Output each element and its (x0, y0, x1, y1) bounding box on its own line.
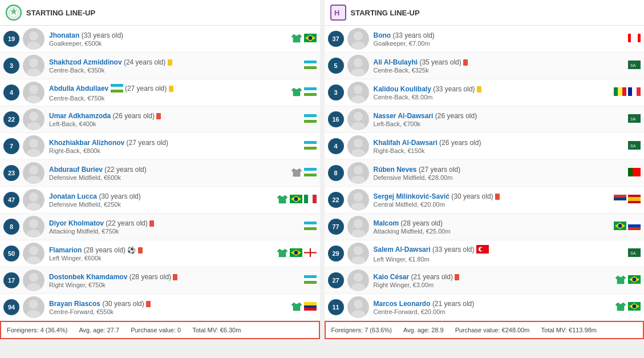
player-detail: Defensive Midfield, €28.00m (374, 174, 629, 181)
player-name[interactable]: Nasser Al-Dawsari (26 years old) (374, 112, 629, 120)
player-name[interactable]: Ali Al-Bulayhi (35 years old) (374, 58, 629, 66)
player-name[interactable]: Salem Al-Dawsari (33 years old) (374, 245, 629, 255)
player-icons: SA (628, 61, 641, 71)
player-icons (304, 114, 317, 124)
player-name[interactable]: Umar Adkhamzoda (26 years old) (49, 112, 304, 120)
player-avatar (347, 55, 369, 77)
svg-rect-68 (628, 34, 631, 42)
player-info: Shakhzod Azmiddinov (24 years old) Centr… (49, 58, 304, 74)
player-number: 23 (3, 165, 19, 181)
player-detail: Defensive Midfield, €600k (49, 174, 291, 181)
player-number: 94 (3, 299, 19, 315)
svg-point-55 (29, 273, 38, 282)
player-number: 50 (3, 246, 19, 262)
player-name[interactable]: Jhonatan (33 years old) (49, 31, 291, 39)
svg-rect-101 (628, 197, 641, 201)
player-name[interactable]: Shakhzod Azmiddinov (24 years old) (49, 58, 304, 66)
player-icons (628, 168, 641, 178)
player-name[interactable]: Diyor Kholmatov (22 years old) (49, 219, 304, 227)
player-detail: Centre-Back, €350k (49, 67, 304, 74)
flag-sa: SA (628, 61, 641, 71)
player-name[interactable]: Malcom (28 years old) (374, 219, 614, 227)
shirt-icon (615, 275, 626, 287)
player-name[interactable]: Kalidou Koulibaly (33 years old) (374, 85, 614, 93)
player-name[interactable]: Abdulla Abdullaev (27 years old) (49, 84, 291, 94)
player-name[interactable]: Abdurauf Buriev (22 years old) (49, 166, 291, 174)
team2-header: H STARTING LINE-UP (325, 0, 645, 26)
player-avatar (347, 296, 369, 318)
svg-rect-69 (631, 34, 638, 42)
team1-stats: Foreigners: 4 (36.4%) Avg. age: 27.7 Pur… (0, 321, 320, 339)
player-info: Jhonatan (33 years old)Goalkeeper, €500k (49, 31, 291, 47)
player-row: 3Kalidou Koulibaly (33 years old) Centre… (325, 79, 645, 106)
player-name[interactable]: Sergej Milinković-Savić (30 years old) (374, 192, 614, 200)
player-row: 29Salem Al-Dawsari (33 years old) Left W… (325, 240, 645, 267)
svg-point-96 (351, 203, 365, 211)
player-row: 77Malcom (28 years old)Attacking Midfiel… (325, 214, 645, 240)
player-detail: Right-Back, €800k (49, 147, 304, 154)
svg-rect-98 (614, 198, 626, 200)
player-name[interactable]: Marcos Leonardo (21 years old) (374, 300, 615, 308)
player-name[interactable]: Brayan Riascos (30 years old) (49, 300, 291, 308)
svg-rect-33 (304, 174, 317, 176)
player-icons (291, 167, 317, 179)
svg-rect-100 (628, 195, 641, 197)
player-row: 7Khozhiakbar Alizhonov (27 years old)Rig… (0, 133, 320, 160)
player-number: 27 (328, 272, 344, 288)
player-icons (277, 248, 317, 260)
player-info: Umar Adkhamzoda (26 years old) Left-Back… (49, 112, 304, 127)
svg-rect-21 (304, 114, 317, 117)
flag-ca (628, 34, 641, 44)
svg-point-72 (351, 69, 365, 77)
player-name[interactable]: Jonatan Lucca (30 years old) (49, 192, 277, 200)
svg-rect-13 (111, 84, 123, 87)
player-name[interactable]: Bono (33 years old) (374, 31, 629, 39)
player-icons (291, 301, 317, 313)
player-icons (304, 141, 317, 151)
player-info: Khozhiakbar Alizhonov (27 years old)Righ… (49, 139, 304, 154)
player-number: 16 (328, 111, 344, 127)
player-info: Khalifah Al-Dawsari (26 years old)Right-… (374, 139, 629, 154)
flag-uz (304, 141, 317, 151)
player-detail: Centre-Back, €750k (49, 95, 291, 102)
player-detail: Centre-Forward, €20.00m (374, 308, 615, 315)
player-icons (291, 87, 317, 99)
svg-rect-15 (111, 90, 123, 92)
team1-purchase: Purchase value: 0 (131, 327, 181, 333)
svg-point-25 (27, 149, 40, 157)
svg-point-12 (27, 95, 40, 103)
svg-rect-40 (308, 195, 313, 203)
shirt-gray-icon (291, 167, 302, 179)
flag-sn (614, 87, 626, 98)
team2-stats: Foreigners: 7 (63.6%) Avg. age: 28.9 Pur… (325, 321, 645, 339)
flag-br (304, 34, 317, 44)
flag-br (628, 302, 641, 312)
flag-ge (304, 248, 317, 259)
svg-rect-23 (304, 120, 317, 123)
svg-point-47 (29, 246, 38, 255)
svg-point-75 (354, 85, 363, 94)
player-number: 37 (328, 31, 344, 47)
svg-point-118 (354, 273, 363, 282)
player-detail: Right-Back, €150k (374, 147, 629, 154)
svg-point-92 (351, 176, 365, 184)
flag-es (628, 195, 641, 205)
player-icons (614, 195, 641, 205)
player-name[interactable]: Dostonbek Khamdamov (28 years old) (49, 273, 304, 281)
player-row: 22Sergej Milinković-Savić (30 years old)… (325, 187, 645, 214)
player-name[interactable]: Rúben Neves (27 years old) (374, 166, 629, 174)
player-info: Dostonbek Khamdamov (28 years old) Right… (49, 273, 304, 288)
svg-point-66 (354, 31, 363, 41)
player-avatar (23, 82, 44, 103)
player-row: 5Ali Al-Bulayhi (35 years old) Centre-Ba… (325, 53, 645, 79)
player-name[interactable]: Flamarion (28 years old) ⚽ (49, 246, 277, 254)
team2-total-mv: Total MV: €113.98m (541, 327, 597, 333)
svg-text:SA: SA (630, 117, 636, 121)
player-name[interactable]: Kaio César (21 years old) (374, 273, 615, 281)
team2-foreigners: Foreigners: 7 (63.6%) (331, 327, 392, 333)
svg-rect-27 (304, 144, 317, 147)
flag-br (628, 275, 641, 285)
player-name[interactable]: Khalifah Al-Dawsari (26 years old) (374, 139, 629, 147)
player-avatar (347, 28, 369, 50)
player-name[interactable]: Khozhiakbar Alizhonov (27 years old) (49, 139, 304, 147)
